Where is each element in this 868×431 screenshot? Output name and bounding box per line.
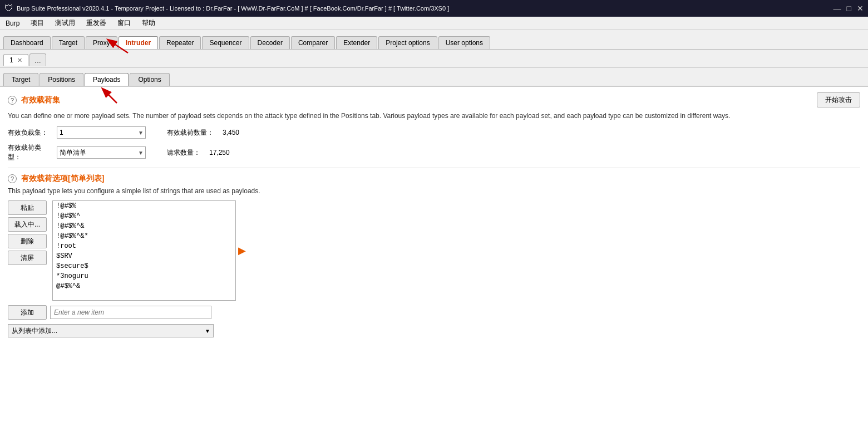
start-attack-button[interactable]: 开始攻击 bbox=[817, 92, 860, 107]
paste-button[interactable]: 粘贴 bbox=[8, 200, 47, 215]
payload-set-help-icon[interactable]: ? bbox=[8, 96, 17, 105]
instance-tab-1[interactable]: 1 ✕ bbox=[3, 54, 28, 66]
list-item[interactable]: !root bbox=[53, 241, 235, 251]
payload-options-title: 有效载荷选项[简单列表] bbox=[21, 174, 104, 184]
list-item[interactable]: !@#$%^&* bbox=[53, 231, 235, 241]
list-item[interactable]: @#$%^& bbox=[53, 281, 235, 291]
tab-project-options[interactable]: Project options bbox=[378, 36, 437, 49]
instance-tab-bar: 1 ✕ ... bbox=[0, 50, 868, 68]
menu-burp[interactable]: Burp bbox=[3, 19, 22, 28]
tab-user-options[interactable]: User options bbox=[438, 36, 490, 49]
list-item[interactable]: $SRV bbox=[53, 251, 235, 261]
payload-action-buttons: 粘贴 载入中... 删除 清屏 bbox=[8, 200, 47, 265]
tab-target[interactable]: Target bbox=[52, 36, 85, 49]
tab-repeater[interactable]: Repeater bbox=[159, 36, 201, 49]
payload-set-desc: You can define one or more payload sets.… bbox=[8, 111, 860, 121]
maximize-button[interactable]: □ bbox=[847, 4, 851, 13]
payload-type-row: 有效载荷类型： 简单清单 运行时文件 自定义迭代器 数字 ▼ 请求数量： 17,… bbox=[8, 143, 860, 162]
tab-inner-target[interactable]: Target bbox=[3, 73, 38, 86]
tab-dashboard[interactable]: Dashboard bbox=[3, 36, 51, 49]
payload-count-label: 有效载荷数量： bbox=[167, 128, 214, 138]
list-item[interactable]: $secure$ bbox=[53, 261, 235, 271]
list-item[interactable]: !@#$%^& bbox=[53, 221, 235, 231]
load-button[interactable]: 载入中... bbox=[8, 217, 47, 232]
payload-type-select[interactable]: 简单清单 运行时文件 自定义迭代器 数字 bbox=[57, 146, 146, 159]
payload-list[interactable]: !@#$% !@#$%^ !@#$%^& !@#$%^&* !root $SRV… bbox=[53, 201, 235, 300]
close-button[interactable]: ✕ bbox=[857, 4, 864, 13]
payload-set-title: 有效载荷集 bbox=[21, 95, 60, 105]
menu-test[interactable]: 测试用 bbox=[53, 18, 77, 28]
delete-button[interactable]: 删除 bbox=[8, 234, 47, 248]
payload-set-select[interactable]: 1 2 3 4 bbox=[57, 126, 146, 139]
payload-type-label: 有效载荷类型： bbox=[8, 143, 52, 162]
request-count-label: 请求数量： bbox=[167, 148, 200, 158]
add-item-row: 添加 bbox=[8, 305, 860, 320]
clear-button[interactable]: 清屏 bbox=[8, 251, 47, 265]
main-tab-bar: Dashboard Target Proxy Intruder Repeater… bbox=[0, 30, 868, 50]
tab-inner-payloads[interactable]: Payloads bbox=[85, 73, 129, 86]
menu-project[interactable]: 项目 bbox=[28, 18, 46, 28]
tab-intruder[interactable]: Intruder bbox=[119, 36, 158, 49]
tab-inner-options[interactable]: Options bbox=[130, 73, 169, 86]
inner-tab-bar: Target Positions Payloads Options bbox=[0, 68, 868, 87]
tab-comparer[interactable]: Comparer bbox=[291, 36, 335, 49]
payload-options-desc: This payload type lets you configure a s… bbox=[8, 187, 860, 195]
tab-sequencer[interactable]: Sequencer bbox=[202, 36, 249, 49]
payload-count-value: 3,450 bbox=[223, 129, 239, 136]
request-count-value: 17,250 bbox=[209, 149, 230, 156]
instance-tab-close[interactable]: ✕ bbox=[17, 57, 22, 63]
payload-list-area: 粘贴 载入中... 删除 清屏 !@#$% !@#$%^ !@#$%^& !@#… bbox=[8, 200, 860, 301]
tab-proxy[interactable]: Proxy bbox=[86, 36, 117, 49]
payload-set-row: 有效负载集： 1 2 3 4 ▼ 有效载荷数量： 3,450 bbox=[8, 126, 860, 139]
list-arrow-icon: ▶ bbox=[238, 244, 246, 257]
add-item-input[interactable] bbox=[50, 306, 211, 319]
add-from-list-select[interactable]: 从列表中添加... bbox=[8, 324, 214, 337]
add-button[interactable]: 添加 bbox=[8, 305, 47, 320]
section-divider bbox=[8, 168, 860, 168]
list-item[interactable]: !@#$%^ bbox=[53, 211, 235, 221]
list-item[interactable]: *3noguru bbox=[53, 271, 235, 281]
app-logo: 🛡 bbox=[4, 3, 13, 13]
list-item[interactable]: !@#$% bbox=[53, 201, 235, 211]
new-instance-tab[interactable]: ... bbox=[29, 53, 46, 66]
menu-window[interactable]: 窗口 bbox=[115, 18, 133, 28]
menu-resender[interactable]: 重发器 bbox=[84, 18, 108, 28]
payload-set-header: ? 有效载荷集 开始攻击 bbox=[8, 92, 860, 107]
tab-decoder[interactable]: Decoder bbox=[250, 36, 290, 49]
payload-list-container: !@#$% !@#$%^ !@#$%^& !@#$%^&* !root $SRV… bbox=[52, 200, 236, 301]
payload-set-label: 有效负载集： bbox=[8, 128, 52, 138]
add-from-list-row: 从列表中添加... ▼ bbox=[8, 324, 860, 337]
window-title: Burp Suite Professional v2020.4.1 - Temp… bbox=[17, 5, 449, 12]
menu-bar: Burp 项目 测试用 重发器 窗口 帮助 bbox=[0, 17, 868, 30]
title-bar: 🛡 Burp Suite Professional v2020.4.1 - Te… bbox=[0, 0, 868, 17]
payload-options-help-icon[interactable]: ? bbox=[8, 174, 17, 183]
tab-inner-positions[interactable]: Positions bbox=[40, 73, 83, 86]
menu-help[interactable]: 帮助 bbox=[140, 18, 157, 28]
minimize-button[interactable]: — bbox=[834, 4, 841, 13]
main-content: ? 有效载荷集 开始攻击 You can define one or more … bbox=[0, 87, 868, 431]
tab-extender[interactable]: Extender bbox=[336, 36, 377, 49]
